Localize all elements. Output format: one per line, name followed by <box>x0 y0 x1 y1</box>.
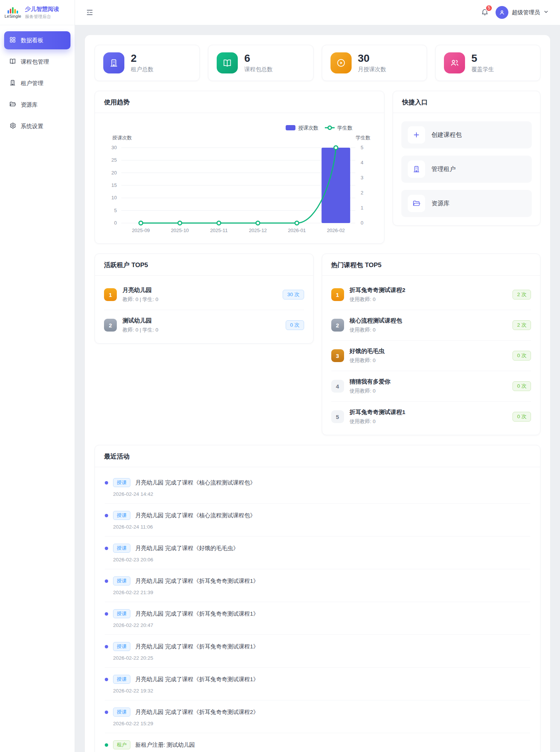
tenant-name: 测试幼儿园 <box>122 317 158 325</box>
package-rank-row: 2 核心流程测试课程包 使用教师: 0 2 次 <box>331 310 531 341</box>
card-title: 最近活动 <box>95 445 540 467</box>
rank-badge: 5 <box>331 410 344 423</box>
user-name: 超级管理员 <box>512 9 540 16</box>
sidebar-item-label: 租户管理 <box>21 80 43 87</box>
package-rank-row: 1 折耳兔奇奇测试课程2 使用教师: 0 2 次 <box>331 280 531 310</box>
quick-entry-resources[interactable]: 资源库 <box>401 190 532 217</box>
activity-time: 2026-02-22 19:32 <box>113 688 530 694</box>
plus-icon <box>408 126 425 144</box>
svg-text:2: 2 <box>361 190 363 196</box>
activity-time: 2026-02-22 15:29 <box>113 721 530 726</box>
package-rank-row: 4 猜猜我有多爱你 使用教师: 0 0 次 <box>331 371 531 402</box>
tenant-meta: 教师: 0 | 学生: 0 <box>122 327 158 333</box>
rank-badge: 3 <box>331 349 344 362</box>
package-meta: 使用教师: 0 <box>350 327 402 333</box>
sidebar-item-tenants[interactable]: 租户管理 <box>4 74 70 92</box>
sidebar-item-settings[interactable]: 系统设置 <box>4 117 70 135</box>
trend-chart-svg: 051015202530012345授课次数学生数2025-092025-102… <box>98 120 379 237</box>
card-title: 快捷入口 <box>393 91 540 113</box>
user-menu[interactable]: 超级管理员 <box>496 6 549 19</box>
activity-dot <box>105 678 108 681</box>
stat-value: 30 <box>358 53 386 64</box>
activity-text: 月亮幼儿园 完成了课程《折耳兔奇奇测试课程2》 <box>135 709 259 716</box>
folder-icon <box>9 101 16 109</box>
activity-row: 授课 月亮幼儿园 完成了课程《核心流程测试课程包》 2026-02-24 11:… <box>105 504 530 536</box>
svg-text:3: 3 <box>361 175 363 180</box>
sidebar-item-course-packages[interactable]: 课程包管理 <box>4 53 70 71</box>
notification-bell-icon[interactable]: 5 <box>481 8 489 17</box>
app-title: 少儿智慧阅读 <box>25 6 59 13</box>
svg-text:学生数: 学生数 <box>337 125 353 131</box>
package-name: 猜猜我有多爱你 <box>350 378 391 386</box>
svg-text:30: 30 <box>112 145 117 150</box>
sidebar-item-resources[interactable]: 资源库 <box>4 96 70 114</box>
activity-type-badge: 授课 <box>113 675 130 684</box>
card-title: 活跃租户 TOP5 <box>95 254 313 276</box>
sidebar-item-dashboard[interactable]: 数据看板 <box>4 31 70 49</box>
activity-row: 授课 月亮幼儿园 完成了课程《好饿的毛毛虫》 2026-02-23 20:06 <box>105 536 530 569</box>
folder-icon <box>408 195 425 212</box>
activity-row: 授课 月亮幼儿园 完成了课程《折耳兔奇奇测试课程1》 2026-02-22 19… <box>105 668 530 700</box>
rank-badge: 2 <box>104 319 117 332</box>
activity-row: 授课 月亮幼儿园 完成了课程《折耳兔奇奇测试课程1》 2026-02-22 21… <box>105 569 530 602</box>
activity-dot <box>105 547 108 550</box>
stat-label: 租户总数 <box>131 66 153 73</box>
activity-type-badge: 授课 <box>113 576 130 585</box>
stat-card-tenants: 2 租户总数 <box>95 45 200 81</box>
activity-text: 月亮幼儿园 完成了课程《折耳兔奇奇测试课程1》 <box>135 676 259 683</box>
svg-text:授课次数: 授课次数 <box>112 135 132 141</box>
sidebar-item-label: 系统设置 <box>21 123 43 130</box>
stat-label: 覆盖学生 <box>471 66 494 73</box>
usage-count-badge: 0 次 <box>513 412 531 422</box>
svg-text:0: 0 <box>361 220 363 226</box>
activity-text: 新租户注册: 测试幼儿园 <box>135 741 195 749</box>
svg-text:2026-02: 2026-02 <box>327 228 345 233</box>
svg-text:2025-12: 2025-12 <box>249 228 267 233</box>
svg-text:0: 0 <box>114 220 117 226</box>
logo: LeSingle 少儿智慧阅读 服务管理后台 <box>0 0 75 25</box>
svg-text:15: 15 <box>112 182 117 188</box>
quick-entry-create-package[interactable]: 创建课程包 <box>401 121 532 148</box>
tenant-name: 月亮幼儿园 <box>122 286 158 294</box>
sidebar-item-label: 资源库 <box>21 101 38 109</box>
quick-entry-label: 管理租户 <box>431 165 456 173</box>
rank-badge: 1 <box>104 288 117 301</box>
package-name: 折耳兔奇奇测试课程1 <box>350 408 405 416</box>
activity-row: 授课 月亮幼儿园 完成了课程《核心流程测试课程包》 2026-02-24 14:… <box>105 471 530 504</box>
activity-time: 2026-02-24 11:06 <box>113 524 530 530</box>
activity-dot <box>105 579 108 583</box>
brand-name: LeSingle <box>5 14 21 18</box>
activity-time: 2026-02-23 20:06 <box>113 557 530 562</box>
page-content: 2 租户总数 6 课程包总数 30 <box>75 25 560 752</box>
activity-type-badge: 租户 <box>113 740 130 749</box>
sidebar-menu: 数据看板 课程包管理 租户管理 资源库 系统设置 <box>0 25 75 145</box>
package-name: 折耳兔奇奇测试课程2 <box>350 286 405 294</box>
quick-entry-manage-tenants[interactable]: 管理租户 <box>401 156 532 183</box>
top5-row: 活跃租户 TOP5 1 月亮幼儿园 教师: 0 | 学生: 0 30 次 <box>95 254 540 435</box>
activity-text: 月亮幼儿园 完成了课程《折耳兔奇奇测试课程1》 <box>135 610 259 617</box>
activity-type-badge: 授课 <box>113 642 130 651</box>
usage-count-badge: 0 次 <box>286 320 304 330</box>
activity-time: 2026-02-22 20:47 <box>113 622 530 628</box>
usage-trend-card: 使用趋势 051015202530012345授课次数学生数2025-09202… <box>95 91 384 244</box>
sidebar-item-label: 课程包管理 <box>21 58 49 66</box>
people-icon <box>444 52 465 73</box>
activity-row: 授课 月亮幼儿园 完成了课程《折耳兔奇奇测试课程2》 2026-02-22 15… <box>105 700 530 733</box>
svg-text:2025-11: 2025-11 <box>210 228 228 233</box>
package-name: 好饿的毛毛虫 <box>350 347 385 355</box>
svg-text:4: 4 <box>361 160 363 165</box>
svg-text:2025-09: 2025-09 <box>132 228 150 233</box>
tenant-rank-row: 1 月亮幼儿园 教师: 0 | 学生: 0 30 次 <box>104 280 304 310</box>
svg-text:20: 20 <box>112 170 117 176</box>
usage-count-badge: 0 次 <box>513 381 531 391</box>
activity-text: 月亮幼儿园 完成了课程《好饿的毛毛虫》 <box>135 545 239 552</box>
app-root: LeSingle 少儿智慧阅读 服务管理后台 数据看板 课程包管理 租户管理 <box>0 0 560 752</box>
sidebar-collapse-button[interactable] <box>86 8 94 17</box>
sidebar-item-label: 数据看板 <box>21 37 43 44</box>
tenant-rank-row: 2 测试幼儿园 教师: 0 | 学生: 0 0 次 <box>104 310 304 340</box>
stat-value: 2 <box>131 53 153 64</box>
recent-activity-list: 授课 月亮幼儿园 完成了课程《核心流程测试课程包》 2026-02-24 14:… <box>95 467 540 752</box>
quick-entry-label: 创建课程包 <box>431 131 462 139</box>
activity-text: 月亮幼儿园 完成了课程《核心流程测试课程包》 <box>135 479 256 486</box>
quick-entry-label: 资源库 <box>431 200 450 208</box>
